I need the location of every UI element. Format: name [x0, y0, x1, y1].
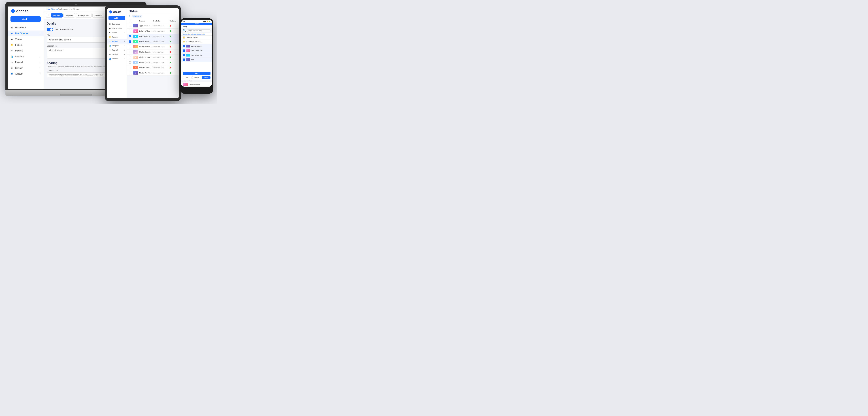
tablet-screen: dacast Add + ⊞ Dashboard ▶ Live Streams … — [107, 8, 179, 98]
row-checkbox[interactable] — [129, 72, 131, 74]
row-checkbox[interactable] — [129, 61, 131, 64]
breadcrumb-current: Johanna's Live Stream — [59, 8, 80, 10]
tablet-analytics-icon: 📊 — [109, 45, 111, 47]
phone-search-input[interactable] — [187, 29, 211, 32]
livestream-toggle[interactable] — [46, 28, 53, 31]
checked-item-label: Arris — [191, 59, 211, 60]
tablet-nav-folders[interactable]: 📁 Folders — [107, 35, 127, 39]
tablet-nav-playlists-label: Playlists — [112, 40, 118, 42]
tablet-nav-videos-label: Videos — [112, 32, 117, 34]
tab-paywall[interactable]: Paywall — [63, 13, 75, 18]
playlist-item-thumb — [183, 83, 188, 86]
row-checkbox[interactable] — [129, 30, 131, 32]
phone-folder-item[interactable]: 📁 Telecrafter Services › — [181, 36, 212, 40]
tablet-nav-settings[interactable]: ⚙ Settings ∨ — [107, 52, 127, 57]
search-tag-close[interactable]: ✕ — [140, 15, 141, 17]
paywall-icon: $ — [10, 61, 13, 64]
sidebar-item-livestreams-label: Live Streams — [15, 32, 28, 35]
row-thumbnail: ▶ — [133, 50, 138, 54]
status-indicator — [169, 41, 171, 42]
tab-security[interactable]: Security — [92, 13, 104, 18]
sort-button[interactable]: Sort — [183, 76, 191, 79]
tablet-livestreams-icon: ▶ — [109, 27, 111, 29]
sidebar-item-settings[interactable]: ⚙ Settings ∨ — [8, 65, 43, 71]
row-date: 28/05/2020, 12:00 — [153, 67, 169, 69]
phone-upgrade-bar[interactable]: Upgrade — [181, 23, 212, 25]
row-thumbnail: ▶ — [133, 24, 138, 28]
table-row: ✓ ▶ How 5 Things Will Change The Way You… — [127, 39, 179, 44]
laptop-add-button[interactable]: Add + — [10, 16, 41, 22]
status-indicator — [169, 46, 171, 47]
tablet-nav-dashboard[interactable]: ⊞ Dashboard — [107, 22, 127, 26]
tablet-nav-livestreams[interactable]: ▶ Live Streams — [107, 26, 127, 31]
folder-name: Telecrafter Services — [186, 37, 197, 38]
name-col-header[interactable]: Name ↕ — [139, 20, 152, 22]
dacast-logo-icon — [10, 9, 15, 13]
settings-button[interactable]: Settings — [192, 76, 201, 79]
tablet-nav-analytics[interactable]: 📊 Analytics ∨ — [107, 43, 127, 48]
row-date: 28/05/2020, 12:00 — [153, 51, 169, 53]
row-name: Apply These 5 Secret Techniques To Impro… — [139, 25, 152, 27]
phone-add-button[interactable]: Add — [183, 72, 211, 75]
sidebar-item-analytics[interactable]: 📊 Analytics ∨ — [8, 54, 43, 59]
row-thumbnail: ▶ — [133, 61, 138, 64]
tablet-nav-account[interactable]: 👤 Account ∨ — [107, 57, 127, 61]
tablet-nav-playlists[interactable]: ≡ Playlists ∧ — [107, 39, 127, 43]
folders-icon: 📁 — [10, 43, 13, 46]
row-checkbox[interactable] — [129, 46, 131, 48]
laptop-sidebar: dacast Add + ⊞ Dashboard ▶ Live Streams … — [8, 6, 44, 89]
dacast-logo-text: dacast — [16, 9, 28, 13]
status-indicator — [169, 72, 171, 74]
row-checkbox[interactable] — [129, 56, 131, 58]
tab-general[interactable]: General — [51, 13, 63, 18]
dashboard-icon: ⊞ — [10, 26, 13, 29]
row-checkbox[interactable]: ✓ — [129, 35, 131, 37]
select-all-checkbox[interactable] — [129, 20, 131, 22]
tablet-logo-icon — [109, 10, 113, 14]
table-row: ▶ Playlist On A Budget 28/05/2020, 12:00 — [127, 60, 179, 65]
chevron-right-icon: › — [210, 41, 211, 43]
row-checkbox[interactable]: ✓ — [129, 40, 131, 43]
tablet-videos-arrow: ∨ — [124, 32, 125, 34]
tablet-nav: ⊞ Dashboard ▶ Live Streams ▶ Videos ∨ 📁 — [107, 22, 127, 61]
row-checkbox[interactable] — [129, 51, 131, 53]
sidebar-item-videos[interactable]: ▶ Videos — [8, 36, 43, 42]
phone-checked-item: ✓ Cable America Corp — [181, 48, 212, 53]
row-name: Playlist Awards: 5 Reasons Why They Don'… — [139, 46, 152, 48]
table-row: ▶ Believing These 5 Myths About Playlist… — [127, 29, 179, 34]
tablet-search-bar: 🔍 Playlist ✕ — [127, 14, 179, 19]
sidebar-item-settings-label: Settings — [15, 67, 23, 69]
table-row: ▶ Playlist Awards: 5 Reasons Why They Do… — [127, 44, 179, 49]
phone-frame: 9:41 ▌▌▌ 📶 🔋 Upgrade Setup 🔍 All Files >… — [180, 18, 213, 94]
checked-thumb — [186, 45, 190, 47]
sidebar-item-account[interactable]: 👤 Account ∨ — [8, 71, 43, 77]
tablet-nav-videos[interactable]: ▶ Videos ∨ — [107, 31, 127, 35]
check-icon: ✓ — [183, 59, 185, 61]
created-col-header[interactable]: Created ↓ — [153, 20, 169, 22]
sidebar-item-paywall[interactable]: $ Paywall ∨ — [8, 59, 43, 65]
status-col-header[interactable]: Status ↕ — [169, 20, 177, 22]
row-name: Knowing These 5 Secrets Will Make Your P… — [139, 67, 152, 69]
preview-button[interactable]: Preview — [202, 76, 211, 79]
row-name: Playlist Doesn't Have To Be Hard. Read T… — [139, 51, 152, 53]
sidebar-item-folders[interactable]: 📁 Folders — [8, 42, 43, 48]
playlist-table: ▶ Apply These 5 Secret Techniques To Imp… — [127, 23, 179, 98]
row-checkbox[interactable] — [129, 67, 131, 69]
row-thumbnail: ▶ — [133, 71, 138, 75]
phone-folder-item[interactable]: 📁 C T V15 North Suburban... › — [181, 40, 212, 44]
tablet-nav-paywall[interactable]: $ Paywall ∨ — [107, 48, 127, 52]
phone-screen: 9:41 ▌▌▌ 📶 🔋 Upgrade Setup 🔍 All Files >… — [181, 20, 212, 87]
row-date: 28/05/2020, 12:00 — [153, 25, 169, 27]
row-thumbnail: ▶ — [133, 45, 138, 48]
breadcrumb-parent[interactable]: Live Steams — [46, 8, 58, 10]
tab-engagement[interactable]: Engagement — [76, 13, 92, 18]
tablet-add-button[interactable]: Add + — [108, 16, 125, 20]
sidebar-item-livestreams[interactable]: ▶ Live Streams ∧ — [8, 31, 43, 36]
sidebar-item-dashboard[interactable]: ⊞ Dashboard — [8, 25, 43, 31]
sidebar-item-playlists[interactable]: ≡ Playlists — [8, 48, 43, 54]
back-button[interactable]: ‹ — [46, 13, 50, 18]
checked-item-label: Home Satellite Svc — [191, 55, 211, 56]
tablet-settings-icon: ⚙ — [109, 53, 111, 56]
row-checkbox[interactable] — [129, 25, 131, 27]
phone-breadcrumb: All Files > Johanna's Folder > Random Fo… — [181, 33, 212, 36]
